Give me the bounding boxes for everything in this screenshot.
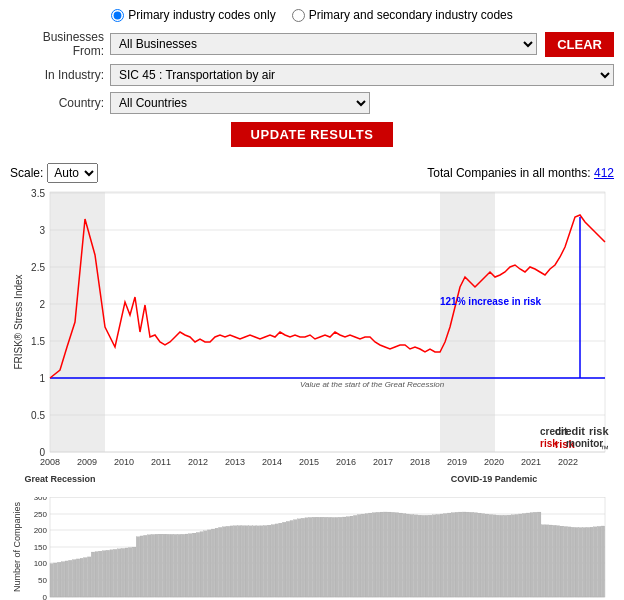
svg-rect-65 [54,563,57,597]
svg-rect-210 [598,526,601,597]
svg-rect-143 [346,517,349,597]
industry-select[interactable]: SIC 45 : Transportation by air [110,64,614,86]
svg-rect-105 [204,531,207,597]
country-select[interactable]: All Countries [110,92,370,114]
svg-text:200: 200 [34,526,48,535]
svg-rect-152 [380,512,383,597]
total-companies-link[interactable]: 412 [594,166,614,180]
svg-text:250: 250 [34,510,48,519]
svg-rect-185 [504,515,507,597]
svg-rect-98 [178,534,181,597]
svg-rect-178 [478,513,481,597]
svg-rect-111 [226,526,229,597]
svg-rect-104 [200,532,203,597]
svg-rect-127 [286,521,289,597]
svg-rect-182 [493,515,496,597]
svg-text:2015: 2015 [299,457,319,467]
svg-rect-86 [133,547,136,597]
svg-rect-87 [136,537,139,597]
svg-rect-206 [583,528,586,597]
svg-text:2008: 2008 [40,457,60,467]
svg-rect-171 [451,513,454,597]
radio-primary-only[interactable]: Primary industry codes only [111,8,275,22]
svg-rect-70 [73,560,76,597]
radio-label-1: Primary industry codes only [128,8,275,22]
svg-rect-175 [466,512,469,597]
svg-rect-202 [568,527,571,597]
svg-rect-176 [470,512,473,597]
svg-rect-0 [50,192,605,452]
svg-rect-77 [99,551,102,597]
svg-rect-106 [208,530,211,597]
svg-rect-187 [511,515,514,597]
svg-rect-211 [601,526,604,597]
svg-text:2019: 2019 [447,457,467,467]
svg-rect-150 [373,513,376,597]
svg-rect-88 [140,536,143,597]
businesses-row: Businesses From: All Businesses CLEAR [10,30,614,58]
svg-rect-155 [391,512,394,597]
svg-rect-154 [388,512,391,597]
svg-rect-144 [350,516,353,597]
svg-rect-209 [594,527,597,597]
svg-rect-78 [103,551,106,597]
svg-rect-189 [519,514,522,597]
scale-label: Scale: [10,166,43,180]
radio-group: Primary industry codes only Primary and … [10,8,614,22]
svg-rect-195 [541,525,544,597]
svg-rect-109 [219,527,222,597]
svg-rect-177 [474,513,477,597]
update-results-button[interactable]: UPDATE RESULTS [231,122,394,147]
radio-label-2: Primary and secondary industry codes [309,8,513,22]
svg-rect-161 [414,515,417,597]
svg-rect-117 [249,526,252,597]
svg-rect-90 [148,535,151,597]
svg-text:monitor: monitor [566,438,603,449]
radio-primary-secondary[interactable]: Primary and secondary industry codes [292,8,513,22]
svg-rect-85 [129,548,132,597]
country-row: Country: All Countries [10,92,614,114]
svg-rect-75 [91,552,94,597]
svg-rect-134 [313,517,316,597]
svg-rect-159 [406,514,409,597]
svg-rect-110 [223,527,226,597]
svg-rect-162 [418,515,421,597]
svg-rect-183 [496,515,499,597]
svg-rect-113 [234,526,237,597]
svg-rect-166 [433,515,436,597]
svg-rect-130 [298,519,301,597]
svg-text:121% increase in risk: 121% increase in risk [440,296,542,307]
svg-rect-114 [238,526,241,597]
svg-rect-121 [264,526,267,597]
svg-text:2: 2 [39,299,45,310]
svg-rect-132 [305,518,308,597]
svg-rect-99 [181,534,184,597]
svg-text:2021: 2021 [521,457,541,467]
businesses-select[interactable]: All Businesses [110,33,537,55]
svg-rect-191 [526,513,529,597]
svg-rect-79 [106,550,109,597]
svg-rect-186 [508,515,511,597]
svg-rect-147 [361,514,364,597]
svg-rect-128 [290,520,293,597]
country-label: Country: [10,96,110,110]
svg-rect-165 [429,515,432,597]
svg-rect-172 [455,512,458,597]
svg-rect-153 [384,512,387,597]
svg-rect-82 [118,549,121,597]
scale-select[interactable]: Auto [47,163,98,183]
svg-rect-199 [556,526,559,597]
svg-rect-184 [500,515,503,597]
clear-button[interactable]: CLEAR [545,32,614,57]
svg-rect-97 [174,534,177,597]
svg-text:2018: 2018 [410,457,430,467]
svg-rect-131 [301,518,304,597]
svg-rect-94 [163,534,166,597]
svg-rect-123 [271,525,274,597]
svg-rect-139 [331,517,334,597]
svg-rect-173 [459,512,462,597]
svg-text:2011: 2011 [151,457,171,467]
svg-rect-145 [354,515,357,597]
svg-rect-158 [403,514,406,597]
svg-rect-169 [444,514,447,597]
